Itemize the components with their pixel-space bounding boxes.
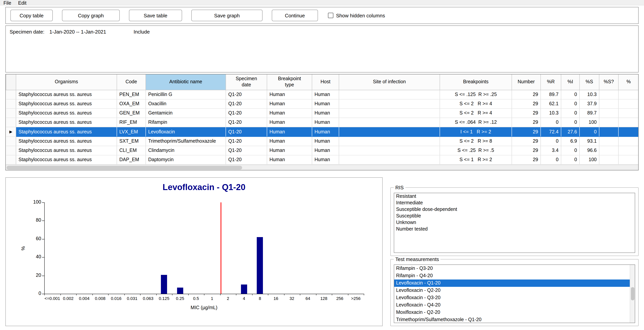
y-tick-mark: [42, 294, 44, 294]
cell: Q1-20: [226, 99, 267, 108]
cell: 29: [512, 136, 541, 146]
chart-bar: [161, 275, 167, 294]
table-row[interactable]: ▶Staphylococcus aureus ss. aureusLVX_EML…: [6, 127, 638, 136]
column-header-[interactable]: %: [618, 74, 638, 90]
table-row[interactable]: Staphylococcus aureus ss. aureusPEN_EMPe…: [6, 90, 638, 99]
include-label: Include: [134, 29, 150, 35]
cell: Q1-20: [226, 118, 267, 127]
row-selector-cell[interactable]: [6, 108, 16, 118]
cell: Human: [312, 108, 339, 118]
table-row[interactable]: Staphylococcus aureus ss. aureusCLI_EMCl…: [6, 146, 638, 155]
column-header-breakpoints[interactable]: Breakpoints: [440, 74, 512, 90]
x-tick-mark: [284, 294, 284, 295]
y-tick-label: 80: [28, 218, 41, 223]
test-measurement-item[interactable]: Moxifloxacin - Q2-20: [394, 309, 635, 316]
test-measurement-item[interactable]: Rifampin - Q3-20: [394, 265, 635, 272]
ris-group: RIS ResistantIntermediateSusceptible dos…: [390, 187, 638, 256]
cell: 72.4: [541, 127, 561, 136]
table-row[interactable]: Staphylococcus aureus ss. aureusGEN_EMGe…: [6, 108, 638, 118]
copy-table-button[interactable]: Copy table: [10, 10, 53, 21]
x-tick-mark: [220, 294, 220, 295]
column-header-site-of-infection[interactable]: Site of infection: [339, 74, 440, 90]
menu-item-edit[interactable]: Edit: [15, 0, 30, 6]
cell: Human: [267, 146, 312, 155]
specimen-date-value: 1-Jan-2020 -- 1-Jan-2021: [50, 29, 106, 35]
row-selector-cell[interactable]: [6, 155, 16, 164]
cell: Staphylococcus aureus ss. aureus: [16, 155, 117, 164]
cell: 6.9: [561, 136, 580, 146]
continue-button[interactable]: Continue: [272, 10, 318, 21]
cell: [599, 99, 618, 108]
cell: 0: [541, 118, 561, 127]
row-selector-cell[interactable]: [6, 136, 16, 146]
cell: 100: [580, 118, 599, 127]
column-header-antibiotic-name[interactable]: Antibiotic name: [146, 74, 226, 90]
row-selector-cell[interactable]: [6, 146, 16, 155]
row-selector-cell[interactable]: ▶: [6, 127, 16, 136]
y-tick-label: 100: [28, 199, 41, 205]
save-table-button[interactable]: Save table: [129, 10, 182, 21]
cell: 0: [541, 136, 561, 146]
row-selector-cell[interactable]: [6, 118, 16, 127]
save-graph-button[interactable]: Save graph: [191, 10, 262, 21]
column-header-r[interactable]: %R: [541, 74, 561, 90]
cell: Human: [312, 155, 339, 164]
ris-list-item[interactable]: Number tested: [394, 226, 635, 232]
ris-list-item[interactable]: Unknown: [394, 219, 635, 226]
vertical-scrollbar-thumb[interactable]: [631, 287, 634, 300]
cell: Human: [267, 118, 312, 127]
table-row[interactable]: Staphylococcus aureus ss. aureusSXT_EMTr…: [6, 136, 638, 146]
copy-graph-button[interactable]: Copy graph: [62, 10, 120, 21]
ris-list-item[interactable]: Susceptible: [394, 213, 635, 219]
test-measurement-item[interactable]: Levofloxacin - Q3-20: [394, 294, 635, 301]
row-selector-cell[interactable]: [6, 90, 16, 99]
test-measurement-item[interactable]: Levofloxacin - Q4-20: [394, 301, 635, 309]
test-measurement-item[interactable]: Levofloxacin - Q1-20: [394, 279, 635, 287]
ris-list-item[interactable]: Susceptible dose-dependent: [394, 206, 635, 213]
column-header-host[interactable]: Host: [312, 74, 339, 90]
cell: [618, 90, 638, 99]
cell: Human: [312, 99, 339, 108]
tm-vertical-scrollbar[interactable]: [630, 265, 635, 323]
show-hidden-columns[interactable]: Show hidden columns: [328, 13, 385, 18]
test-measurements-group-label: Test measurements: [394, 256, 440, 262]
cell: Human: [312, 90, 339, 99]
cell: [339, 99, 440, 108]
breakpoint-reference-line: [220, 202, 221, 294]
column-header-breakpoint-type[interactable]: Breakpoint type: [267, 74, 312, 90]
column-header-code[interactable]: Code: [117, 74, 146, 90]
x-tick-mark: [44, 294, 45, 295]
ris-list-item[interactable]: Intermediate: [394, 200, 635, 206]
horizontal-scrollbar-thumb[interactable]: [6, 166, 242, 170]
show-hidden-columns-checkbox[interactable]: [328, 13, 333, 18]
menu-item-file[interactable]: File: [0, 0, 15, 6]
table-horizontal-scrollbar[interactable]: [6, 164, 638, 170]
column-header-s[interactable]: %S: [580, 74, 599, 90]
column-header-organisms[interactable]: Organisms: [16, 74, 117, 90]
cell: Human: [267, 108, 312, 118]
cell: [618, 127, 638, 136]
cell: [618, 155, 638, 164]
cell: 62.1: [541, 99, 561, 108]
cell: 0: [561, 90, 580, 99]
current-row-arrow-icon: ▶: [10, 129, 12, 134]
test-measurement-item[interactable]: Trimethoprim/Sulfamethoxazole - Q1-20: [394, 316, 635, 323]
column-header-i[interactable]: %I: [561, 74, 580, 90]
column-header-s[interactable]: %S?: [599, 74, 618, 90]
cell: 29: [512, 99, 541, 108]
table-row[interactable]: Staphylococcus aureus ss. aureusOXA_EMOx…: [6, 99, 638, 108]
test-measurement-item[interactable]: Rifampin - Q4-20: [394, 272, 635, 279]
ris-list-item[interactable]: Resistant: [394, 193, 635, 200]
test-measurements-listbox[interactable]: Rifampin - Q3-20Rifampin - Q4-20Levoflox…: [394, 264, 635, 323]
row-selector-cell[interactable]: [6, 99, 16, 108]
test-measurement-item[interactable]: Levofloxacin - Q2-20: [394, 287, 635, 294]
column-header-specimen-date[interactable]: Specimen date: [226, 74, 267, 90]
table-row[interactable]: Staphylococcus aureus ss. aureusRIF_EMRi…: [6, 118, 638, 127]
table-row[interactable]: Staphylococcus aureus ss. aureusDAP_EMDa…: [6, 155, 638, 164]
ris-listbox[interactable]: ResistantIntermediateSusceptible dose-de…: [394, 193, 635, 253]
cell: [339, 127, 440, 136]
cell: [618, 108, 638, 118]
cell: Staphylococcus aureus ss. aureus: [16, 108, 117, 118]
x-tick-mark: [236, 294, 236, 295]
column-header-number[interactable]: Number: [512, 74, 541, 90]
